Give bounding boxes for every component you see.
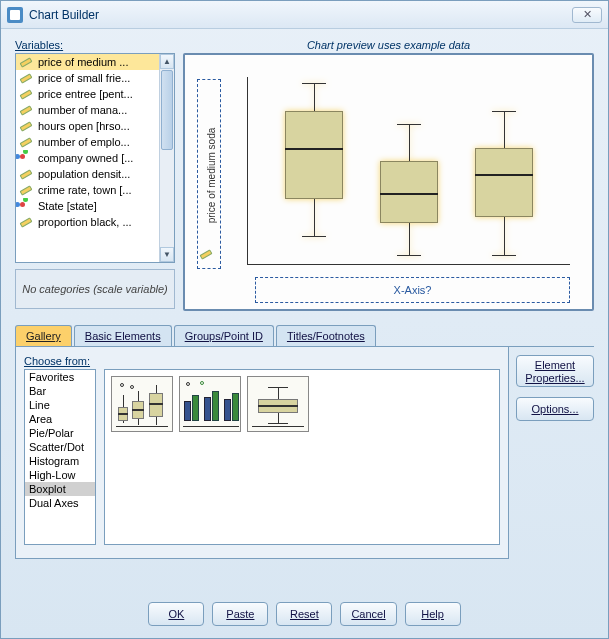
variable-label: number of mana... xyxy=(38,104,127,116)
preview-label: Chart preview uses example data xyxy=(183,39,594,51)
element-properties-button[interactable]: Element Properties... xyxy=(516,355,594,387)
scale-icon xyxy=(20,87,34,101)
nominal-icon xyxy=(20,151,34,165)
boxplot-element[interactable] xyxy=(380,77,438,264)
scrollbar[interactable]: ▲ ▼ xyxy=(159,54,174,262)
variables-column: Variables: price of medium ...price of s… xyxy=(15,39,175,311)
variables-label: Variables: xyxy=(15,39,175,51)
chart-type-item[interactable]: Area xyxy=(25,412,95,426)
scale-icon xyxy=(20,183,34,197)
chart-builder-window: Chart Builder ✕ Variables: price of medi… xyxy=(0,0,609,639)
tab-gallery[interactable]: Gallery xyxy=(15,325,72,346)
chart-type-item[interactable]: Histogram xyxy=(25,454,95,468)
boxplot-simple-thumb[interactable] xyxy=(111,376,173,432)
variable-label: price entree [pent... xyxy=(38,88,133,100)
variable-label: price of medium ... xyxy=(38,56,128,68)
close-button[interactable]: ✕ xyxy=(572,7,602,23)
variable-item[interactable]: company owned [... xyxy=(16,150,159,166)
chart-preview[interactable]: price of medium soda X-Axis? xyxy=(183,53,594,311)
scale-icon xyxy=(20,103,34,117)
scale-icon xyxy=(20,167,34,181)
chart-type-item[interactable]: Dual Axes xyxy=(25,496,95,510)
gallery-row: FavoritesBarLineAreaPie/PolarScatter/Dot… xyxy=(24,369,500,545)
scroll-thumb[interactable] xyxy=(161,70,173,150)
close-icon: ✕ xyxy=(583,8,592,21)
top-row: Variables: price of medium ...price of s… xyxy=(15,39,594,311)
cancel-button[interactable]: Cancel xyxy=(340,602,396,626)
variable-item[interactable]: number of mana... xyxy=(16,102,159,118)
ruler-icon xyxy=(200,247,212,259)
variable-item[interactable]: price of medium ... xyxy=(16,54,159,70)
scale-icon xyxy=(20,135,34,149)
variable-item[interactable]: price entree [pent... xyxy=(16,86,159,102)
variable-item[interactable]: hours open [hrso... xyxy=(16,118,159,134)
help-button[interactable]: Help xyxy=(405,602,461,626)
gallery-thumbnails xyxy=(104,369,500,545)
chart-type-item[interactable]: Scatter/Dot xyxy=(25,440,95,454)
side-buttons: Element Properties... Options... xyxy=(516,355,594,431)
tab-basic-elements[interactable]: Basic Elements xyxy=(74,325,172,346)
reset-button[interactable]: Reset xyxy=(276,602,332,626)
scale-icon xyxy=(20,119,34,133)
x-axis-label: X-Axis? xyxy=(394,284,432,296)
variable-label: State [state] xyxy=(38,200,97,212)
choose-from-label: Choose from: xyxy=(24,355,500,367)
scale-icon xyxy=(20,55,34,69)
chart-type-item[interactable]: High-Low xyxy=(25,468,95,482)
variable-item[interactable]: price of small frie... xyxy=(16,70,159,86)
scale-icon xyxy=(20,215,34,229)
boxplot-element[interactable] xyxy=(475,77,533,264)
boxplot-element[interactable] xyxy=(285,77,343,264)
window-title: Chart Builder xyxy=(29,8,572,22)
variable-item[interactable]: population densit... xyxy=(16,166,159,182)
tabs-row: GalleryBasic ElementsGroups/Point IDTitl… xyxy=(15,325,594,347)
gallery-panel: Choose from: FavoritesBarLineAreaPie/Pol… xyxy=(15,347,509,559)
app-icon xyxy=(7,7,23,23)
scroll-up-icon[interactable]: ▲ xyxy=(160,54,174,69)
boxplot-clustered-thumb[interactable] xyxy=(179,376,241,432)
variable-item[interactable]: State [state] xyxy=(16,198,159,214)
variable-label: number of emplo... xyxy=(38,136,130,148)
nominal-icon xyxy=(20,199,34,213)
no-categories-label: No categories (scale variable) xyxy=(22,283,168,295)
variable-item[interactable]: number of emplo... xyxy=(16,134,159,150)
chart-type-item[interactable]: Line xyxy=(25,398,95,412)
variable-label: crime rate, town [... xyxy=(38,184,132,196)
scroll-down-icon[interactable]: ▼ xyxy=(160,247,174,262)
options-button[interactable]: Options... xyxy=(516,397,594,421)
chart-type-item[interactable]: Bar xyxy=(25,384,95,398)
ok-button[interactable]: OK xyxy=(148,602,204,626)
boxplot-1d-thumb[interactable] xyxy=(247,376,309,432)
x-axis-dropzone[interactable]: X-Axis? xyxy=(255,277,570,303)
chart-type-item[interactable]: Favorites xyxy=(25,370,95,384)
plot-area xyxy=(247,77,570,265)
variable-item[interactable]: proportion black, ... xyxy=(16,214,159,230)
tab-groups-point-id[interactable]: Groups/Point ID xyxy=(174,325,274,346)
bottom-buttons: OK Paste Reset Cancel Help xyxy=(1,602,608,626)
variables-list[interactable]: price of medium ...price of small frie..… xyxy=(15,53,175,263)
preview-column: Chart preview uses example data price of… xyxy=(183,39,594,311)
variable-label: hours open [hrso... xyxy=(38,120,130,132)
categories-box: No categories (scale variable) xyxy=(15,269,175,309)
y-axis-label: price of medium soda xyxy=(206,116,217,236)
variable-item[interactable]: crime rate, town [... xyxy=(16,182,159,198)
tab-titles-footnotes[interactable]: Titles/Footnotes xyxy=(276,325,376,346)
paste-button[interactable]: Paste xyxy=(212,602,268,626)
chart-type-item[interactable]: Boxplot xyxy=(25,482,95,496)
variable-label: population densit... xyxy=(38,168,130,180)
chart-type-list[interactable]: FavoritesBarLineAreaPie/PolarScatter/Dot… xyxy=(24,369,96,545)
titlebar: Chart Builder ✕ xyxy=(1,1,608,29)
scale-icon xyxy=(20,71,34,85)
content-area: Variables: price of medium ...price of s… xyxy=(1,29,608,569)
variable-label: company owned [... xyxy=(38,152,133,164)
chart-type-item[interactable]: Pie/Polar xyxy=(25,426,95,440)
variable-label: proportion black, ... xyxy=(38,216,132,228)
variable-label: price of small frie... xyxy=(38,72,130,84)
